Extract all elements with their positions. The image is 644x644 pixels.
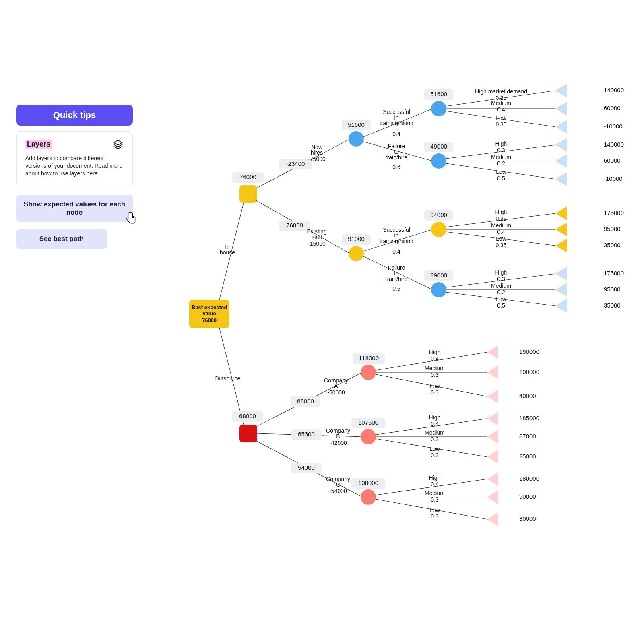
svg-text:-10000: -10000 (604, 175, 623, 182)
svg-text:175000: 175000 (604, 270, 624, 277)
svg-text:76000: 76000 (239, 173, 256, 180)
svg-text:49000: 49000 (430, 143, 447, 150)
svg-point-74 (431, 222, 446, 237)
company-b-terminals: High 0.4 185000 Medium 0.3 87000 Low 0.3… (376, 412, 539, 464)
svg-text:108000: 108000 (358, 479, 378, 486)
svg-marker-129 (487, 365, 498, 379)
svg-point-141 (361, 429, 376, 444)
svg-text:0.4: 0.4 (392, 131, 400, 137)
company-c-terminals: High 0.4 180000 Medium 0.3 90000 Low 0.3… (376, 472, 539, 526)
svg-text:100000: 100000 (519, 368, 539, 375)
svg-text:Failuretotrain/hire: Failuretotrain/hire (386, 143, 408, 161)
svg-text:76000: 76000 (202, 317, 217, 323)
svg-text:0.25: 0.25 (495, 215, 506, 222)
svg-text:Medium: Medium (425, 490, 445, 496)
svg-marker-134 (487, 390, 498, 403)
svg-text:60000: 60000 (604, 105, 621, 111)
svg-marker-103 (555, 283, 567, 297)
svg-text:CompanyA: CompanyA (324, 377, 348, 389)
svg-text:91000: 91000 (348, 235, 365, 242)
inhouse-decision-node[interactable]: 76000 (232, 172, 264, 203)
svg-text:High: High (495, 269, 507, 276)
svg-text:180000: 180000 (519, 475, 539, 482)
svg-marker-85 (555, 223, 567, 236)
company-c-node[interactable]: 108000 (351, 478, 385, 505)
svg-text:94000: 94000 (430, 211, 447, 218)
svg-marker-53 (555, 138, 567, 152)
svg-text:0.3: 0.3 (431, 389, 439, 396)
svg-marker-175 (487, 490, 498, 504)
ex-ok-node[interactable]: 94000 (424, 210, 453, 237)
company-a-terminals: High 0.4 190000 Medium 0.3 100000 Low 0.… (376, 345, 539, 403)
svg-text:35000: 35000 (604, 242, 621, 248)
svg-text:Medium: Medium (491, 283, 511, 289)
svg-line-7 (219, 195, 246, 300)
svg-text:Successfulintraining/hiring: Successfulintraining/hiring (380, 109, 413, 126)
svg-text:0.3: 0.3 (497, 276, 505, 282)
outsource-decision-node[interactable]: 68000 (232, 411, 263, 442)
svg-text:0.4: 0.4 (431, 481, 439, 487)
svg-marker-157 (487, 450, 498, 464)
svg-text:40000: 40000 (519, 392, 536, 399)
svg-text:87000: 87000 (519, 433, 536, 440)
root-node[interactable]: Best expected value 76000 (189, 300, 229, 328)
svg-text:High: High (429, 414, 441, 421)
svg-text:Low: Low (496, 169, 507, 175)
svg-text:95000: 95000 (604, 225, 621, 232)
svg-text:0.35: 0.35 (495, 121, 506, 128)
svg-text:Low: Low (429, 383, 440, 389)
svg-text:Failuretotrain/hire: Failuretotrain/hire (386, 264, 408, 282)
svg-text:0.35: 0.35 (495, 242, 506, 248)
svg-text:High market demand: High market demand (475, 88, 527, 95)
svg-point-29 (431, 101, 446, 116)
svg-text:30000: 30000 (519, 515, 536, 522)
label-new-hires: Newhires (311, 144, 323, 156)
svg-point-65 (349, 246, 364, 261)
svg-text:High: High (495, 209, 507, 215)
svg-text:High: High (429, 475, 441, 481)
svg-text:Low: Low (496, 115, 507, 121)
svg-marker-98 (555, 267, 567, 281)
nh-fail-node[interactable]: 49000 (424, 142, 453, 169)
svg-marker-45 (555, 120, 567, 134)
svg-text:0.4: 0.4 (497, 106, 505, 113)
company-a-node[interactable]: 118000 (353, 353, 385, 380)
existing-chance-node[interactable]: 91000 (342, 234, 371, 261)
svg-text:Medium: Medium (425, 429, 445, 436)
svg-text:-75000: -75000 (308, 156, 326, 162)
svg-text:35000: 35000 (604, 302, 621, 309)
svg-text:0.5: 0.5 (497, 175, 505, 182)
svg-marker-147 (487, 412, 498, 425)
svg-point-20 (349, 131, 364, 147)
svg-text:140000: 140000 (604, 87, 624, 93)
ex-fail-terminals: High 0.3 175000 Medium 0.2 95000 Low 0.5… (446, 267, 624, 313)
svg-text:65600: 65600 (298, 431, 315, 438)
svg-text:90000: 90000 (519, 493, 536, 500)
svg-text:0.3: 0.3 (431, 496, 439, 503)
svg-text:140000: 140000 (604, 141, 624, 148)
svg-text:High: High (429, 349, 441, 355)
svg-text:-42000: -42000 (329, 440, 347, 446)
svg-text:0.3: 0.3 (431, 452, 439, 458)
svg-text:0.6: 0.6 (392, 285, 400, 292)
svg-marker-35 (555, 84, 567, 97)
svg-text:0.2: 0.2 (497, 289, 505, 295)
svg-text:89000: 89000 (430, 272, 447, 279)
svg-text:54000: 54000 (298, 464, 315, 471)
decision-tree[interactable]: Best expected value 76000 Inhouse Outsou… (0, 0, 644, 644)
svg-text:CompanyB: CompanyB (326, 427, 350, 440)
nh-ok-terminals: High market demand 0.25 140000 Medium 0.… (446, 84, 624, 134)
svg-marker-90 (555, 239, 567, 252)
svg-text:0.4: 0.4 (392, 248, 400, 255)
svg-text:68000: 68000 (297, 398, 314, 405)
svg-marker-58 (555, 154, 567, 168)
company-b-node[interactable]: 107600 (351, 418, 385, 444)
svg-marker-40 (555, 102, 567, 116)
svg-text:Medium: Medium (425, 365, 445, 372)
nh-ok-node[interactable]: 51600 (424, 89, 453, 116)
svg-text:Low: Low (496, 296, 507, 302)
ex-fail-node[interactable]: 89000 (424, 270, 453, 297)
svg-text:76000: 76000 (286, 222, 303, 229)
svg-text:Medium: Medium (491, 100, 511, 106)
svg-marker-180 (487, 512, 498, 526)
